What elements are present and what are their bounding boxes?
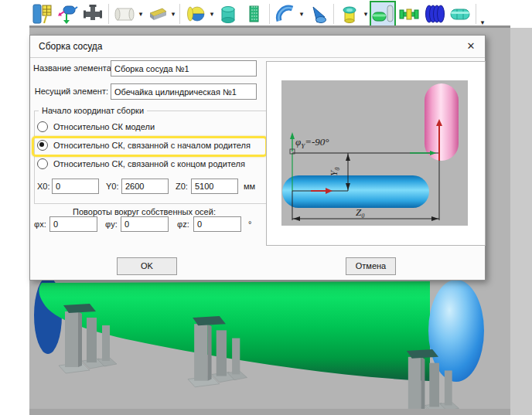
rotations-label: Повороты вокруг собственных осей: [30,207,258,216]
cone-icon[interactable] [305,2,330,26]
dropdown-arrow-icon[interactable]: ▾ [298,2,305,26]
close-icon[interactable]: ✕ [462,38,480,55]
y0-label: Y0: [106,182,119,191]
radio-circle-icon[interactable] [37,140,48,151]
phi-angle-annotation: φY=-90° [295,136,329,150]
toolbar-separator [333,4,334,24]
move-orient-icon[interactable] [55,2,80,26]
phi-z-input[interactable] [193,216,241,232]
element-name-label: Название элемента: [33,63,108,73]
element-name-input[interactable] [111,60,257,77]
y0-input[interactable] [121,179,169,194]
ok-button[interactable]: OK [117,257,177,275]
y0-dimension-annotation: Y₀ [328,167,340,176]
toolbar: ▾ ▾ ▾ ▾ ▾ ▾ [0,0,532,28]
radio-parent-end-cs[interactable]: Относительно СК, связанной с концом роди… [37,158,245,170]
phi-x-input[interactable] [49,216,97,232]
radio-label: Относительно СК, связанной с концом роди… [53,159,245,168]
toolbar-separator [476,4,476,24]
radio-model-cs[interactable]: Относительно СК модели [37,121,155,133]
preview-canvas: φY=-90° Y₀ Z₀ [281,80,468,226]
fitting-tee-icon[interactable] [80,2,105,26]
jacket-icon[interactable] [241,2,266,26]
radio-label: Относительно СК модели [53,122,155,131]
viewport-right-margin [510,28,532,415]
group-legend: Начало координат сборки [39,106,147,115]
toolbar-separator [269,4,270,24]
toolbar-separator [108,4,109,24]
viewport-bottom-edge [29,409,510,415]
radio-label: Относительно СК, связанной с началом род… [53,141,251,150]
flange-pair-icon[interactable] [397,2,421,26]
phi-y-input[interactable] [121,216,169,232]
dropdown-arrow-icon[interactable]: ▾ [170,2,176,26]
dropdown-arrow-icon[interactable]: ▾ [138,2,144,26]
phi-x-label: φx: [34,219,46,229]
parent-element-input[interactable] [111,83,257,100]
bellows-icon[interactable] [422,2,447,26]
assembly-preview-image: φY=-90° Y₀ Z₀ [266,61,486,246]
flat-tank-icon[interactable] [216,2,240,26]
elbow-icon[interactable] [273,2,298,26]
plate-icon[interactable] [145,2,169,26]
vessel-assembly-icon[interactable] [370,1,396,27]
coordinate-origin-group: Начало координат сборки Относительно СК … [34,111,270,204]
vessel-assembly-dialog: Сборка сосуда ✕ Название элемента: Несущ… [29,35,486,281]
parent-element-label: Несущий элемент: [33,87,108,96]
cancel-button[interactable]: Отмена [346,257,396,275]
z0-label: Z0: [176,182,188,191]
z0-dimension-annotation: Z₀ [356,206,365,219]
radio-circle-icon[interactable] [37,121,48,132]
shell-icon[interactable] [112,2,137,26]
dropdown-arrow-icon[interactable]: ▾ [363,2,369,26]
z0-input[interactable] [191,179,238,194]
dimension-lines [281,80,468,226]
platform-ladder-icon[interactable] [29,2,54,26]
dropdown-arrow-icon[interactable]: ▾ [209,2,215,26]
toolbar-separator [179,4,180,24]
radio-circle-icon[interactable] [37,158,48,169]
phi-z-label: φz: [177,219,189,229]
x0-input[interactable] [52,179,99,194]
segmented-shell-icon[interactable] [448,2,472,26]
elliptical-head-icon[interactable] [183,2,208,26]
phi-y-label: φy: [105,219,118,229]
nozzle-icon[interactable] [337,2,362,26]
degree-unit-label: ° [248,219,251,229]
mm-unit-label: мм [244,182,255,191]
title-separator [30,57,485,58]
dialog-title: Сборка сосуда [39,41,103,52]
x0-label: X0: [37,182,50,191]
radio-parent-start-cs[interactable]: Относительно СК, связанной с началом род… [37,139,251,151]
